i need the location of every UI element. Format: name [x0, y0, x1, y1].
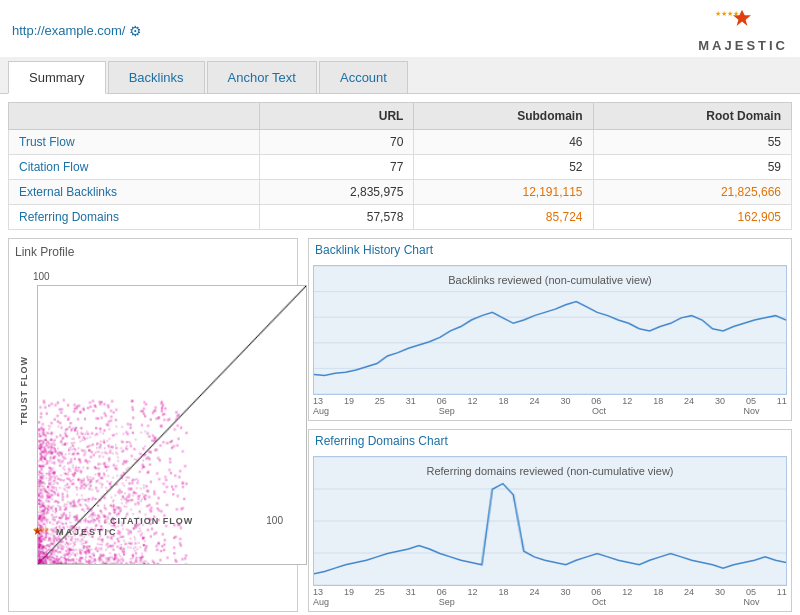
tab-summary[interactable]: Summary	[8, 61, 106, 94]
y-max-label: 100	[33, 271, 50, 282]
main-content: Link Profile TRUST FLOW 100 CITATION FLO…	[0, 238, 800, 615]
row-subdomain: 46	[414, 130, 593, 155]
row-root: 59	[593, 155, 791, 180]
link-profile-title: Link Profile	[15, 245, 291, 259]
header: http://example.com/ ⚙ ★★★★ MAJESTIC	[0, 0, 800, 57]
row-label: External Backlinks	[9, 180, 260, 205]
col-header-root: Root Domain	[593, 103, 791, 130]
referring-chart-title: Referring Domains Chart	[309, 430, 791, 452]
referring-month-labels: AugSepOctNov	[313, 597, 787, 607]
row-url: 2,835,975	[260, 180, 414, 205]
col-header-subdomain: Subdomain	[414, 103, 593, 130]
majestic-bottom-brand: MAJESTIC	[56, 527, 118, 537]
referring-chart-area: 4,000 3,000 2,000 1,000 0 Referring doma…	[309, 452, 791, 611]
svg-text:★★★★: ★★★★	[33, 526, 50, 532]
url-bar: http://example.com/ ⚙	[12, 23, 142, 39]
brand-name: MAJESTIC	[698, 38, 788, 53]
referring-chart-section: Referring Domains Chart 4,000 3,000 2,00…	[308, 429, 792, 612]
stats-table: URL Subdomain Root Domain Trust Flow7046…	[8, 102, 792, 230]
majestic-logo-svg: ★★★★	[713, 8, 773, 38]
backlink-month-labels: AugSepOctNov	[313, 406, 787, 416]
tab-backlinks[interactable]: Backlinks	[108, 61, 205, 93]
row-label: Referring Domains	[9, 205, 260, 230]
x-axis-label: CITATION FLOW	[110, 516, 193, 526]
row-subdomain: 12,191,115	[414, 180, 593, 205]
majestic-bottom-logo-icon: ★★★★	[33, 526, 53, 538]
col-header-url: URL	[260, 103, 414, 130]
row-label: Citation Flow	[9, 155, 260, 180]
row-root: 21,825,666	[593, 180, 791, 205]
backlink-x-axis: 13192531061218243006121824300511	[313, 395, 787, 406]
row-root: 55	[593, 130, 791, 155]
gear-icon[interactable]: ⚙	[129, 23, 142, 39]
charts-panel: Backlink History Chart 100,000 80,000 60…	[308, 238, 792, 612]
tabs-bar: Summary Backlinks Anchor Text Account	[0, 57, 800, 94]
majestic-logo: ★★★★ MAJESTIC	[698, 8, 788, 53]
svg-text:★★★★: ★★★★	[715, 10, 739, 17]
referring-x-axis: 13192531061218243006121824300511	[313, 586, 787, 597]
col-header-label	[9, 103, 260, 130]
backlink-chart-area: 100,000 80,000 60,000 40,000 20,000 0 Ba…	[309, 261, 791, 420]
backlink-chart-inner: Backlinks reviewed (non-cumulative view)	[313, 265, 787, 395]
referring-chart-inner: Referring domains reviewed (non-cumulati…	[313, 456, 787, 586]
backlink-chart-label: Backlinks reviewed (non-cumulative view)	[448, 274, 652, 286]
row-url: 77	[260, 155, 414, 180]
y-axis-label: TRUST FLOW	[19, 356, 29, 425]
referring-chart-label: Referring domains reviewed (non-cumulati…	[427, 465, 674, 477]
table-row: Referring Domains57,57885,724162,905	[9, 205, 792, 230]
row-subdomain: 85,724	[414, 205, 593, 230]
tab-account[interactable]: Account	[319, 61, 408, 93]
tab-anchor-text[interactable]: Anchor Text	[207, 61, 317, 93]
link-profile-panel: Link Profile TRUST FLOW 100 CITATION FLO…	[8, 238, 298, 612]
row-root: 162,905	[593, 205, 791, 230]
table-row: External Backlinks2,835,97512,191,11521,…	[9, 180, 792, 205]
row-url: 70	[260, 130, 414, 155]
backlink-chart-title: Backlink History Chart	[309, 239, 791, 261]
row-subdomain: 52	[414, 155, 593, 180]
row-url: 57,578	[260, 205, 414, 230]
table-row: Citation Flow775259	[9, 155, 792, 180]
table-row: Trust Flow704655	[9, 130, 792, 155]
row-label: Trust Flow	[9, 130, 260, 155]
x-max-label: 100	[266, 515, 283, 526]
site-url[interactable]: http://example.com/	[12, 23, 125, 38]
backlink-chart-section: Backlink History Chart 100,000 80,000 60…	[308, 238, 792, 421]
